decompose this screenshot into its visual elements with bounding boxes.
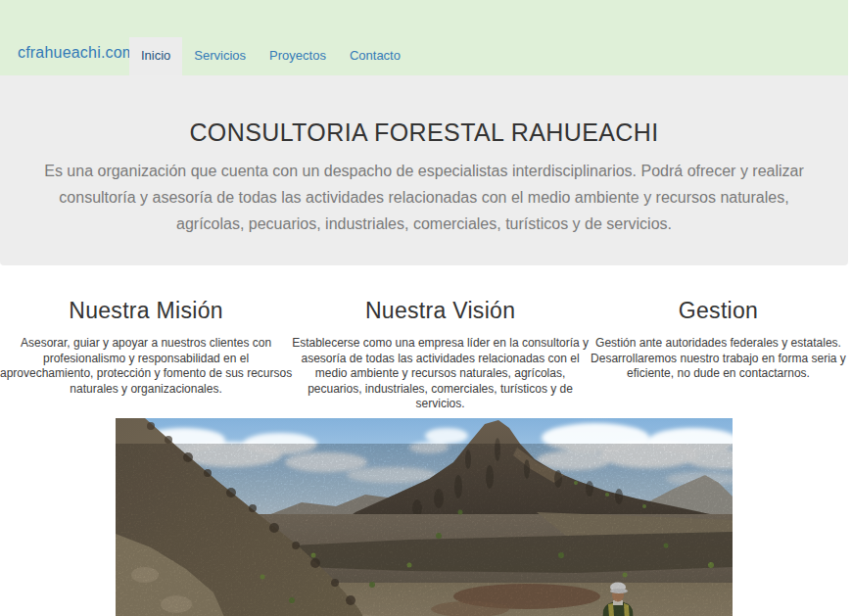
nav-item-proyectos[interactable]: Proyectos <box>258 37 338 75</box>
text-line: medio ambiente y recursos naturales, agr… <box>292 366 589 382</box>
navbar: cfrahueachi.com Inicio Servicios Proyect… <box>0 0 848 75</box>
text-line: eficiente, no dude en contactarnos. <box>589 366 848 382</box>
landscape-photo <box>0 418 848 616</box>
text-line: Gestión ante autoridades federales y est… <box>589 336 848 352</box>
text-line: pecuarios, industriales, comerciales, tu… <box>292 382 589 398</box>
text-line: agrícolas, pecuarios, industriales, come… <box>0 211 848 237</box>
text-line: Desarrollaremos nuestro trabajo en forma… <box>589 352 848 367</box>
column-mision: Nuestra Misión Asesorar, guiar y apoyar … <box>0 265 292 412</box>
text-line: aprovechamiento, protección y fomento de… <box>0 366 292 382</box>
nav-item-contacto[interactable]: Contacto <box>338 37 412 75</box>
hero-title: CONSULTORIA FORESTAL RAHUEACHI <box>0 75 848 147</box>
column-gestion: Gestion Gestión ante autoridades federal… <box>589 265 848 412</box>
column-vision: Nuestra Visión Establecerse como una emp… <box>292 265 589 412</box>
nav-item-inicio[interactable]: Inicio <box>129 37 182 75</box>
column-text: Gestión ante autoridades federales y est… <box>589 336 848 382</box>
column-title: Nuestra Misión <box>0 298 292 324</box>
column-title: Gestion <box>589 298 848 324</box>
text-line: profesionalismo y responsabilidad en el <box>0 352 292 367</box>
grain-overlay <box>116 465 733 616</box>
text-line: Es una organización que cuenta con un de… <box>0 158 848 184</box>
brand-link[interactable]: cfrahueachi.com <box>18 44 135 62</box>
text-line: consultoría y asesoría de todas las acti… <box>0 184 848 211</box>
text-line: asesoría de todas las actividades relaci… <box>292 352 589 367</box>
hero-jumbotron: CONSULTORIA FORESTAL RAHUEACHI Es una or… <box>0 75 848 265</box>
column-title: Nuestra Visión <box>292 298 589 324</box>
feature-columns: Nuestra Misión Asesorar, guiar y apoyar … <box>0 265 848 412</box>
text-line: Asesorar, guiar y apoyar a nuestros clie… <box>0 336 292 352</box>
column-text: Asesorar, guiar y apoyar a nuestros clie… <box>0 336 292 397</box>
text-line: naturales y organizacionales. <box>0 382 292 398</box>
column-text: Establecerse como una empresa líder en l… <box>292 336 589 412</box>
main-nav: Inicio Servicios Proyectos Contacto <box>129 37 412 75</box>
nav-item-servicios[interactable]: Servicios <box>182 37 258 75</box>
text-line: Establecerse como una empresa líder en l… <box>292 336 589 352</box>
text-line: servicios. <box>292 397 589 412</box>
hero-description: Es una organización que cuenta con un de… <box>0 158 848 237</box>
mountain-photo-svg <box>116 418 733 616</box>
page: cfrahueachi.com Inicio Servicios Proyect… <box>0 0 848 616</box>
